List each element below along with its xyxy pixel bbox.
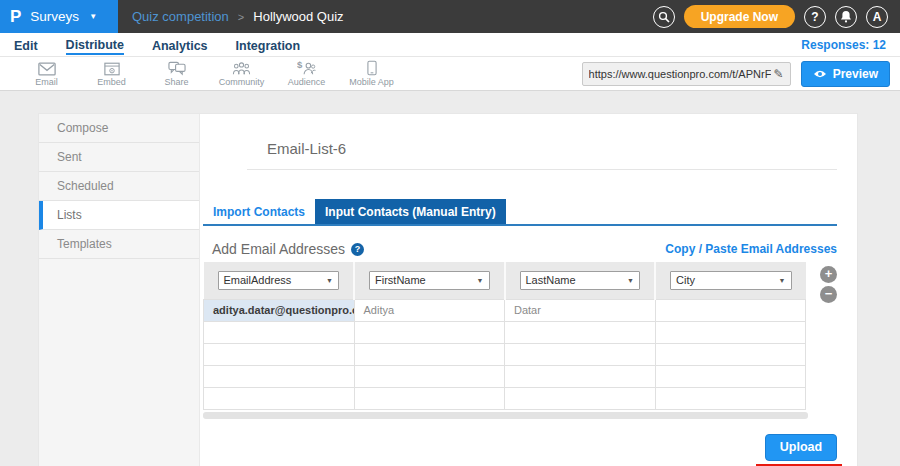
survey-url-input[interactable] <box>589 68 771 80</box>
cell-firstname[interactable] <box>354 321 505 343</box>
cell-city[interactable] <box>655 343 806 365</box>
column-select-lastname[interactable]: LastName▼ <box>520 271 641 290</box>
sidebar-item-compose[interactable]: Compose <box>39 114 199 143</box>
cell-email[interactable] <box>204 365 355 387</box>
page-body: Compose Sent Scheduled Lists Templates E… <box>0 91 900 466</box>
preview-button[interactable]: Preview <box>801 61 890 87</box>
list-content: Email-List-6 Import Contacts Input Conta… <box>200 114 857 466</box>
app-window: P Surveys ▼ Quiz competition > Hollywood… <box>0 0 900 466</box>
tool-label: Share <box>164 77 188 87</box>
contacts-tabs: Import Contacts Input Contacts (Manual E… <box>203 199 837 226</box>
cell-lastname[interactable] <box>505 321 656 343</box>
section-title: Add Email Addresses <box>212 241 345 257</box>
help-button[interactable]: ? <box>804 6 826 28</box>
product-menu[interactable]: P Surveys ▼ <box>0 0 118 33</box>
chevron-down-icon: ▼ <box>326 277 333 284</box>
cell-firstname[interactable] <box>354 343 505 365</box>
search-icon <box>658 11 670 23</box>
chevron-down-icon: ▼ <box>627 277 634 284</box>
community-icon <box>232 60 251 76</box>
sidebar-item-lists[interactable]: Lists <box>39 201 199 230</box>
sidebar-item-scheduled[interactable]: Scheduled <box>39 172 199 201</box>
cell-city[interactable] <box>655 387 806 409</box>
contacts-table-zone: EmailAddress▼ FirstName▼ LastName▼ City▼… <box>203 262 837 419</box>
breadcrumb-separator-icon: > <box>238 11 244 23</box>
chevron-down-icon: ▼ <box>477 277 484 284</box>
add-row-button[interactable]: + <box>820 266 837 283</box>
cell-firstname[interactable] <box>354 365 505 387</box>
column-mapping-row: EmailAddress▼ FirstName▼ LastName▼ City▼ <box>204 262 806 299</box>
nav-item-integration[interactable]: Integration <box>236 36 301 54</box>
tool-label: Community <box>219 77 265 87</box>
nav-item-distribute[interactable]: Distribute <box>66 35 124 55</box>
email-sidebar: Compose Sent Scheduled Lists Templates <box>39 114 200 466</box>
cell-email[interactable] <box>204 387 355 409</box>
tool-audience[interactable]: $ Audience <box>274 60 339 87</box>
list-title: Email-List-6 <box>267 140 837 157</box>
select-value: City <box>676 274 695 286</box>
cell-lastname[interactable] <box>505 387 656 409</box>
upload-row: Upload <box>203 434 837 466</box>
edit-url-pencil-icon[interactable]: ✎ <box>774 67 784 81</box>
tool-community[interactable]: Community <box>209 60 274 87</box>
top-bar: P Surveys ▼ Quiz competition > Hollywood… <box>0 0 900 33</box>
column-select-emailaddress[interactable]: EmailAddress▼ <box>218 271 340 290</box>
cell-email[interactable] <box>204 321 355 343</box>
share-icon <box>168 60 186 76</box>
cell-lastname[interactable] <box>505 343 656 365</box>
help-icon[interactable]: ? <box>351 243 364 256</box>
nav-item-analytics[interactable]: Analytics <box>152 36 208 54</box>
tab-input-contacts-manual-entry[interactable]: Input Contacts (Manual Entry) <box>315 199 506 224</box>
add-email-section-header: Add Email Addresses ? Copy / Paste Email… <box>203 241 837 257</box>
cell-email[interactable] <box>204 343 355 365</box>
email-panel: Compose Sent Scheduled Lists Templates E… <box>38 113 858 466</box>
notifications-button[interactable] <box>835 6 857 28</box>
table-row <box>204 365 806 387</box>
questionpro-logo-icon: P <box>10 8 21 25</box>
upload-button[interactable]: Upload <box>765 434 837 461</box>
column-select-firstname[interactable]: FirstName▼ <box>369 271 490 290</box>
tool-mobile-app[interactable]: Mobile App <box>339 60 404 87</box>
title-divider <box>247 169 837 170</box>
copy-paste-link[interactable]: Copy / Paste Email Addresses <box>665 242 837 256</box>
survey-nav: Edit Distribute Analytics Integration Re… <box>0 33 900 57</box>
audience-icon: $ <box>297 60 316 76</box>
remove-row-button[interactable]: − <box>820 286 837 303</box>
cell-city[interactable] <box>655 299 806 321</box>
tool-share[interactable]: Share <box>144 60 209 87</box>
tool-embed[interactable]: Embed <box>79 60 144 87</box>
responses-count[interactable]: Responses: 12 <box>801 38 886 52</box>
topbar-actions: Upgrade Now ? A <box>653 0 900 33</box>
table-row: aditya.datar@questionpro.com Aditya Data… <box>204 299 806 321</box>
select-value: EmailAddress <box>224 274 292 286</box>
tool-email[interactable]: Email <box>14 60 79 87</box>
tool-label: Audience <box>288 77 326 87</box>
product-name: Surveys <box>30 9 79 24</box>
column-select-city[interactable]: City▼ <box>670 271 792 290</box>
breadcrumb: Quiz competition > Hollywood Quiz <box>118 0 344 33</box>
upgrade-now-button[interactable]: Upgrade Now <box>684 5 795 28</box>
nav-item-edit[interactable]: Edit <box>14 36 38 54</box>
select-value: FirstName <box>375 274 426 286</box>
cell-email[interactable]: aditya.datar@questionpro.com <box>204 299 355 321</box>
breadcrumb-parent[interactable]: Quiz competition <box>132 9 229 24</box>
chevron-down-icon: ▼ <box>89 12 97 21</box>
cell-lastname[interactable]: Datar <box>505 299 656 321</box>
cell-firstname[interactable]: Aditya <box>354 299 505 321</box>
tool-label: Mobile App <box>349 77 394 87</box>
cell-city[interactable] <box>655 365 806 387</box>
cell-lastname[interactable] <box>505 365 656 387</box>
search-button[interactable] <box>653 6 675 28</box>
sidebar-item-templates[interactable]: Templates <box>39 230 199 259</box>
account-avatar[interactable]: A <box>866 6 888 28</box>
table-row <box>204 321 806 343</box>
cell-city[interactable] <box>655 321 806 343</box>
mobile-app-icon <box>367 60 377 76</box>
cell-firstname[interactable] <box>354 387 505 409</box>
embed-icon <box>104 60 120 76</box>
horizontal-scrollbar[interactable] <box>203 412 808 419</box>
tab-import-contacts[interactable]: Import Contacts <box>203 199 315 224</box>
bell-icon <box>840 10 852 23</box>
sidebar-item-sent[interactable]: Sent <box>39 143 199 172</box>
survey-url-box: ✎ <box>582 62 791 86</box>
